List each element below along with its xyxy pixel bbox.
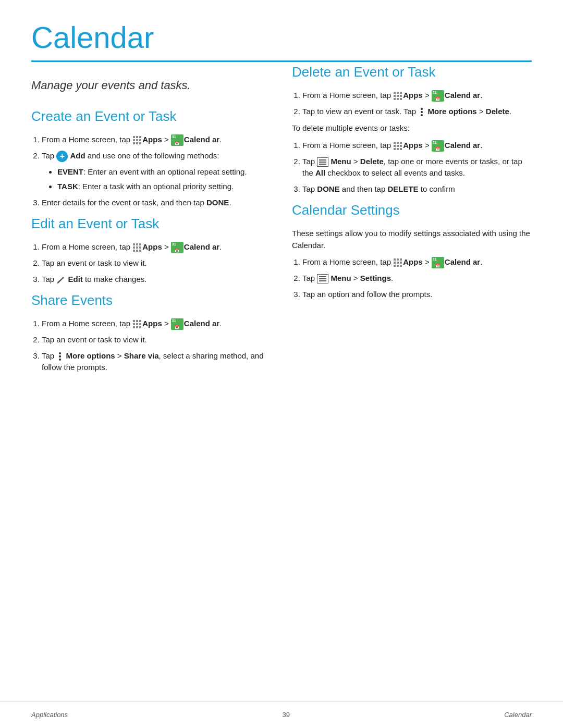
share-step-3: Tap More options > Share via, select a s…: [42, 350, 271, 374]
create-steps-list: From a Home screen, tap: [31, 134, 271, 209]
done-label-2: DONE: [317, 184, 339, 193]
calendar-label-1: Calend ar: [184, 135, 219, 144]
apps-label-6: Apps: [403, 257, 423, 266]
create-step-1: From a Home screen, tap: [42, 134, 271, 146]
delete-multi-step-2: Tap Menu > Delete, tap one or more event…: [302, 156, 532, 179]
page: Calendar Manage your events and tasks. C…: [0, 0, 563, 728]
done-label-1: DONE: [206, 198, 229, 207]
svg-rect-37: [397, 142, 399, 144]
svg-rect-30: [394, 95, 396, 97]
settings-section: Calendar Settings These settings allow y…: [292, 200, 532, 300]
task-label: TASK: [57, 182, 78, 191]
svg-rect-44: [400, 148, 402, 150]
right-column: Delete an Event or Task From a Home scre…: [292, 62, 532, 701]
svg-rect-35: [400, 98, 402, 100]
svg-rect-36: [394, 142, 396, 144]
svg-rect-16: [136, 250, 138, 252]
delete-multiple-steps-list: From a Home screen, tap: [292, 140, 532, 195]
delete-label: Delete: [486, 107, 509, 116]
settings-label: Settings: [360, 274, 391, 282]
calendar-icon-4: 31 📅: [432, 90, 444, 102]
event-bullet: EVENT: Enter an event with an optional r…: [57, 166, 271, 178]
menu-icon-2: [317, 274, 328, 283]
settings-heading: Calendar Settings: [292, 200, 532, 220]
svg-rect-12: [133, 246, 135, 249]
svg-rect-9: [133, 243, 135, 245]
svg-rect-18: [133, 320, 135, 322]
svg-rect-13: [136, 246, 138, 249]
svg-rect-50: [400, 262, 402, 264]
svg-rect-31: [397, 95, 399, 97]
settings-step-3: Tap an option and follow the prompts.: [302, 289, 532, 301]
apps-label-2: Apps: [142, 242, 162, 251]
share-step-2: Tap an event or task to view it.: [42, 334, 271, 346]
svg-rect-26: [139, 326, 141, 328]
delete-steps-list: From a Home screen, tap: [292, 90, 532, 118]
all-label: All: [315, 168, 325, 177]
svg-rect-47: [400, 258, 402, 261]
delete-multi-step-3: Tap DONE and then tap DELETE to confirm: [302, 183, 532, 195]
share-section: Share Events From a Home screen, tap: [31, 290, 271, 374]
settings-intro: These settings allow you to modify setti…: [292, 228, 532, 251]
more-options-icon-1: [56, 351, 64, 362]
svg-rect-29: [400, 92, 402, 94]
svg-rect-34: [397, 98, 399, 100]
apps-icon-2: [132, 243, 142, 252]
share-via-label: Share via: [124, 351, 159, 360]
apps-icon-6: [393, 258, 402, 267]
settings-steps-list: From a Home screen, tap: [292, 256, 532, 300]
create-section: Create an Event or Task From a Home scre…: [31, 106, 271, 209]
apps-label-5: Apps: [403, 141, 423, 150]
delete-step-1: From a Home screen, tap: [302, 90, 532, 102]
more-options-icon-2: [418, 107, 425, 117]
apps-icon-1: [132, 135, 142, 145]
left-column: Manage your events and tasks. Create an …: [31, 62, 271, 701]
edit-label: Edit: [68, 275, 83, 283]
add-label: Add: [70, 151, 85, 160]
create-heading: Create an Event or Task: [31, 106, 271, 127]
delete-section: Delete an Event or Task From a Home scre…: [292, 62, 532, 195]
apps-label-4: Apps: [403, 91, 423, 100]
svg-rect-1: [136, 136, 138, 138]
delete-multi-step-1: From a Home screen, tap: [302, 140, 532, 152]
calendar-icon-3: 31 📅: [171, 318, 183, 330]
svg-rect-19: [136, 320, 138, 322]
edit-pencil-icon: [56, 275, 66, 285]
footer-right: Calendar: [504, 710, 532, 720]
add-icon-1: +: [56, 151, 68, 162]
edit-step-2: Tap an event or task to view it.: [42, 257, 271, 269]
svg-rect-53: [400, 265, 402, 267]
edit-steps-list: From a Home screen, tap: [31, 241, 271, 285]
calendar-label-3: Calend ar: [184, 319, 219, 328]
apps-icon-5: [393, 141, 402, 151]
svg-rect-0: [133, 136, 135, 138]
calendar-label-5: Calend ar: [445, 141, 480, 150]
svg-rect-43: [397, 148, 399, 150]
svg-rect-32: [400, 95, 402, 97]
page-header: Calendar: [0, 0, 563, 62]
svg-rect-38: [400, 142, 402, 144]
svg-rect-41: [400, 145, 402, 147]
svg-rect-14: [139, 246, 141, 249]
svg-rect-27: [394, 92, 396, 94]
svg-rect-28: [397, 92, 399, 94]
delete-multiple-text: To delete multiple events or tasks:: [292, 122, 532, 134]
menu-label-2: Menu: [331, 274, 351, 282]
svg-rect-24: [133, 326, 135, 328]
svg-rect-6: [133, 142, 135, 144]
svg-rect-48: [394, 262, 396, 264]
edit-step-3: Tap Edit to make changes.: [42, 274, 271, 286]
create-step-2: Tap + Add and use one of the following m…: [42, 150, 271, 193]
share-step-1: From a Home screen, tap: [42, 318, 271, 330]
svg-rect-45: [394, 258, 396, 261]
svg-rect-21: [133, 323, 135, 325]
calendar-icon-2: 31 📅: [171, 242, 183, 253]
delete-step-2: Tap to view an event or task. Tap More o…: [302, 106, 532, 118]
create-step-3: Enter details for the event or task, and…: [42, 197, 271, 209]
menu-label-1: Menu: [331, 157, 351, 166]
svg-rect-39: [394, 145, 396, 147]
content-area: Manage your events and tasks. Create an …: [0, 62, 563, 701]
calendar-icon-1: 31 📅: [171, 134, 183, 146]
svg-rect-11: [139, 243, 141, 245]
event-label: EVENT: [57, 167, 83, 176]
